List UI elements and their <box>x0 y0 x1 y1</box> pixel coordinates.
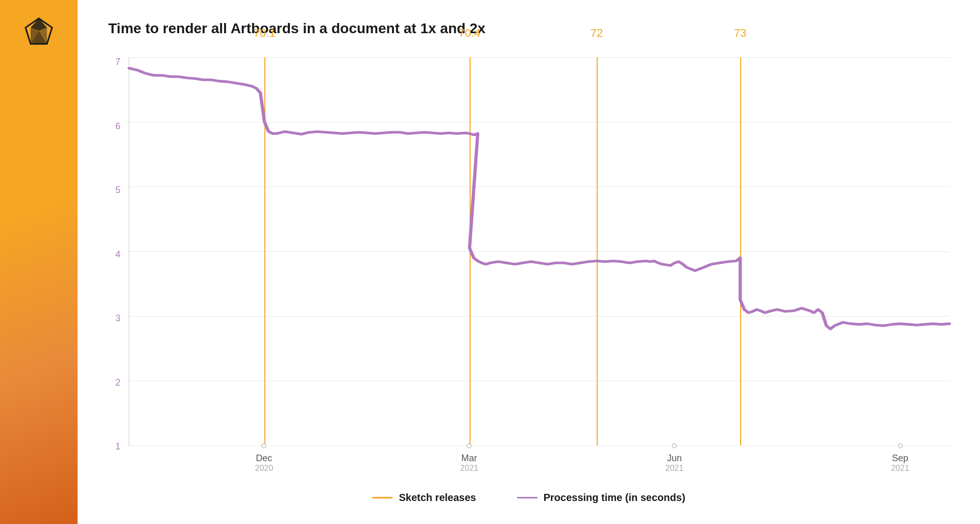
sketch-logo-icon <box>23 16 54 47</box>
x-dot-mar <box>467 443 472 448</box>
x-year-2021-jun: 2021 <box>666 464 684 473</box>
x-month-sep: Sep <box>892 453 909 464</box>
x-year-2021-mar: 2021 <box>460 464 479 473</box>
legend-processing-time-label: Processing time (in seconds) <box>544 492 685 504</box>
x-month-dec: Dec <box>256 453 272 464</box>
y-axis: 7 6 5 4 3 2 1 <box>108 57 129 482</box>
legend-orange-line <box>372 497 393 498</box>
legend-sketch-releases-label: Sketch releases <box>399 492 476 504</box>
x-year-2021-sep: 2021 <box>891 464 910 473</box>
version-label-70-4: 70.4 <box>458 27 480 40</box>
y-label-5: 5 <box>115 185 120 195</box>
x-axis: Dec 2020 Mar 2021 Jun 2021 <box>129 446 949 482</box>
x-label-jun-2021: Jun 2021 <box>666 453 684 473</box>
legend-sketch-releases: Sketch releases <box>372 492 476 504</box>
x-label-mar-2021: Mar 2021 <box>460 453 479 473</box>
x-year-2020: 2020 <box>255 464 274 473</box>
x-label-dec-2020: Dec 2020 <box>255 453 274 473</box>
version-label-70-1: 70.1 <box>254 27 276 40</box>
x-dot-dec <box>261 443 266 448</box>
chart-area: 7 6 5 4 3 2 1 <box>108 57 949 504</box>
legend-purple-line <box>517 497 537 498</box>
y-label-1: 1 <box>115 442 120 451</box>
legend-processing-time: Processing time (in seconds) <box>517 492 685 504</box>
chart-legend: Sketch releases Processing time (in seco… <box>108 492 949 504</box>
chart-plot: 70.1 70.4 72 73 <box>129 57 949 446</box>
y-label-3: 3 <box>115 314 120 323</box>
y-label-6: 6 <box>115 122 120 131</box>
chart-title: Time to render all Artboards in a docume… <box>108 20 949 37</box>
x-month-mar: Mar <box>461 453 477 464</box>
version-label-72: 72 <box>591 27 603 40</box>
x-month-jun: Jun <box>667 453 682 464</box>
sidebar <box>0 0 78 524</box>
x-label-sep-2021: Sep 2021 <box>891 453 910 473</box>
y-label-4: 4 <box>115 250 120 259</box>
version-label-73: 73 <box>734 27 746 40</box>
chart-container: 7 6 5 4 3 2 1 <box>108 57 949 482</box>
processing-time-line <box>129 57 949 445</box>
x-dot-jun <box>672 443 677 448</box>
y-label-2: 2 <box>115 378 120 387</box>
y-label-7: 7 <box>115 57 120 66</box>
x-dot-sep <box>898 443 903 448</box>
chart-inner: 70.1 70.4 72 73 <box>129 57 949 482</box>
main-content: Time to render all Artboards in a docume… <box>78 0 980 524</box>
